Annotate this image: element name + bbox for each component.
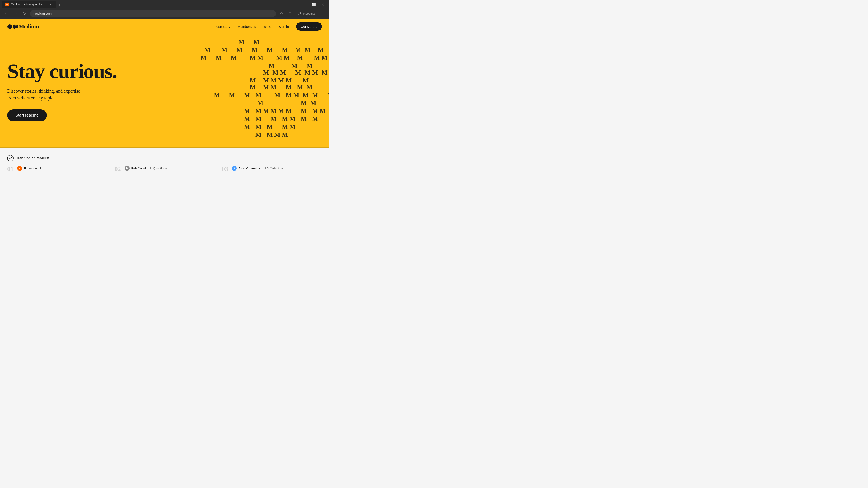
nav-signin[interactable]: Sign in <box>278 25 289 29</box>
author-avatar-2: B <box>125 166 129 171</box>
m-letter: M <box>305 69 310 76</box>
tab-title: Medium – Where good ideas f... <box>11 3 47 6</box>
m-letter: M <box>274 92 280 98</box>
trending-title: Trending on Medium <box>16 156 49 160</box>
m-letter: M <box>303 92 309 98</box>
m-letter: M <box>312 92 318 98</box>
m-letter: M <box>286 92 291 98</box>
nav-links: Our story Membership Write Sign in Get s… <box>216 22 322 31</box>
m-letter: M <box>271 77 276 84</box>
back-button[interactable]: ← <box>3 10 10 17</box>
trending-section: Trending on Medium 01 F Fireworks.ai 02 … <box>0 148 329 177</box>
m-letter: M <box>318 47 324 53</box>
m-letter: M <box>284 55 289 61</box>
trending-author-2: B Bob Coecke in Quantinuum <box>125 166 215 171</box>
m-letter: M <box>289 124 295 130</box>
medium-logo-text: Medium <box>19 23 39 30</box>
m-letter: M <box>271 116 276 122</box>
trending-item-3[interactable]: 03 A Alex Khomutov in UX Collective <box>222 166 322 172</box>
m-letter: M <box>289 116 295 122</box>
trending-number-2: 02 <box>115 166 121 172</box>
m-letter: M <box>271 84 276 90</box>
maximize-button[interactable]: ⬜ <box>310 1 317 8</box>
m-letter: M <box>307 63 312 69</box>
minimize-button[interactable]: — <box>301 1 308 8</box>
close-button[interactable]: ✕ <box>319 1 327 8</box>
tab-bar: M Medium – Where good ideas f... ✕ + — ⬜… <box>0 0 329 8</box>
bookmark-button[interactable]: ☆ <box>278 10 285 17</box>
m-letter: M <box>255 108 261 114</box>
svg-point-3 <box>7 24 12 29</box>
trending-number-3: 03 <box>222 166 228 172</box>
hero-title: Stay curious. <box>7 60 143 82</box>
m-letter: M <box>282 131 288 138</box>
m-letter: M <box>301 108 307 114</box>
new-tab-button[interactable]: + <box>57 2 63 8</box>
m-letter: M <box>263 69 269 76</box>
svg-point-5 <box>16 25 18 29</box>
hero-subtitle: Discover stories, thinking, and expertis… <box>7 88 143 101</box>
m-letter: M <box>231 55 237 61</box>
trending-author-1: F Fireworks.ai <box>17 166 107 171</box>
get-started-button[interactable]: Get started <box>296 22 322 31</box>
trending-arrow-icon <box>8 156 12 160</box>
m-letter: M <box>267 124 273 130</box>
svg-point-4 <box>13 24 16 29</box>
m-letter: M <box>282 116 288 122</box>
incognito-button[interactable]: Incognito <box>295 11 318 17</box>
medium-logo[interactable]: Medium <box>7 23 39 30</box>
address-bar[interactable] <box>30 10 276 17</box>
forward-button[interactable]: → <box>12 10 19 17</box>
m-letter: M <box>327 92 329 98</box>
trending-item-2[interactable]: 02 B Bob Coecke in Quantinuum <box>115 166 215 172</box>
m-letter: M <box>250 55 256 61</box>
m-letter: M <box>204 47 210 53</box>
trending-meta-3: A Alex Khomutov in UX Collective <box>232 166 322 172</box>
m-letter: M <box>263 108 269 114</box>
reload-button[interactable]: ↻ <box>21 10 28 17</box>
m-letter: M <box>307 84 312 90</box>
trending-item-1[interactable]: 01 F Fireworks.ai <box>7 166 107 172</box>
nav-write[interactable]: Write <box>264 25 271 29</box>
author-name-3: Alex Khomutov <box>239 167 260 170</box>
medium-logo-icon <box>7 23 19 30</box>
m-letter: M <box>322 69 328 76</box>
svg-text:M: M <box>6 3 8 6</box>
trending-number-1: 01 <box>7 166 13 172</box>
nav-our-story[interactable]: Our story <box>216 25 230 29</box>
m-letter: M <box>244 116 250 122</box>
m-letter: M <box>255 124 261 130</box>
active-tab[interactable]: M Medium – Where good ideas f... ✕ <box>2 1 56 8</box>
split-screen-button[interactable]: ⊡ <box>286 10 293 17</box>
m-letter: M <box>239 39 244 45</box>
m-letter: M <box>286 77 291 84</box>
start-reading-button[interactable]: Start reading <box>7 109 47 121</box>
nav-membership[interactable]: Membership <box>238 25 256 29</box>
m-letter: M <box>295 47 301 53</box>
tab-favicon: M <box>5 3 9 6</box>
m-letter: M <box>286 84 291 90</box>
website: Medium Our story Membership Write Sign i… <box>0 19 329 177</box>
menu-button[interactable]: ⋮ <box>319 10 327 17</box>
tab-close-button[interactable]: ✕ <box>49 3 53 6</box>
trending-author-3: A Alex Khomutov in UX Collective <box>232 166 322 171</box>
medium-nav: Medium Our story Membership Write Sign i… <box>0 19 329 34</box>
m-letter: M <box>280 69 286 76</box>
m-letter: M <box>278 77 284 84</box>
trending-icon <box>7 155 13 161</box>
m-letter: M <box>267 131 273 138</box>
incognito-label: Incognito <box>303 12 315 15</box>
m-letter: M <box>244 124 250 130</box>
trending-meta-2: B Bob Coecke in Quantinuum <box>125 166 215 172</box>
m-letter: M <box>286 108 291 114</box>
m-letter: M <box>312 108 318 114</box>
author-avatar-1: F <box>17 166 22 171</box>
m-letter: M <box>303 77 309 84</box>
author-name-2: Bob Coecke <box>131 167 148 170</box>
browser-chrome: M Medium – Where good ideas f... ✕ + — ⬜… <box>0 0 329 19</box>
m-letter: M <box>291 63 297 69</box>
m-letter: M <box>320 108 326 114</box>
m-letter: M <box>278 108 284 114</box>
m-letter: M <box>276 55 282 61</box>
incognito-icon <box>298 11 302 15</box>
